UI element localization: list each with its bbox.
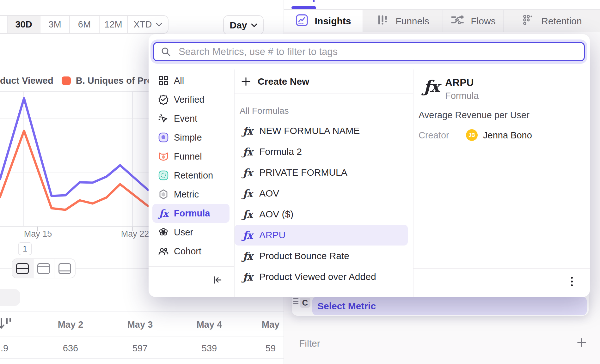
tab-retention[interactable]: Retention (504, 10, 600, 33)
table-row-border (0, 358, 284, 359)
category-item-simple[interactable]: Simple (152, 128, 230, 147)
metric-picker-overlay: AllVerifiedEventSimpleFunnelRetentionMet… (149, 34, 590, 297)
category-label: Cohort (174, 246, 201, 257)
layout-split-icon (16, 263, 29, 274)
category-label: Simple (174, 132, 202, 143)
formula-item[interactable]: ƒxAOV ($) (234, 204, 413, 225)
table-column-header[interactable]: May 2 (42, 319, 99, 330)
formula-item[interactable]: ƒxFormula 2 (234, 141, 413, 162)
category-item-metric[interactable]: Metric (152, 185, 230, 204)
funnel-icon (158, 151, 169, 162)
drag-handle-icon[interactable] (293, 298, 298, 304)
table-column-header[interactable]: May 4 (181, 319, 238, 330)
category-item-event[interactable]: Event (152, 109, 230, 128)
collapse-sidebar-button[interactable] (211, 273, 224, 287)
range-button-6M[interactable]: 6M (70, 16, 100, 33)
frozen-cell-value: .9 (1, 343, 20, 354)
metric-icon (158, 189, 169, 200)
layout-table-button[interactable] (54, 259, 75, 278)
layout-split-button[interactable] (12, 259, 34, 278)
formula-name: Product Bounce Rate (259, 251, 349, 261)
category-item-retention[interactable]: Retention (152, 166, 230, 185)
range-label: 12M (104, 19, 122, 30)
range-button-30D[interactable]: 30D (8, 16, 40, 33)
frozen-column-divider (18, 311, 18, 364)
range-label: 6M (78, 19, 91, 30)
granularity-label: Day (230, 20, 247, 31)
tab-label: Insights (315, 16, 351, 27)
highlighted-row-remnant (0, 289, 20, 306)
layout-table-icon (58, 263, 71, 274)
user-icon (158, 227, 169, 238)
metric-detail-panel: ƒx ARPU Formula Average Revenue per User… (413, 34, 590, 297)
clause-key-badge[interactable]: C (300, 298, 310, 308)
event-icon (158, 113, 169, 124)
category-item-all[interactable]: All (152, 71, 230, 90)
formula-item[interactable]: ƒxPRIVATE FORMULA (234, 162, 413, 183)
date-range-group: 30D3M6M12MXTD (0, 15, 168, 34)
formula-item[interactable]: ƒxProduct Viewed over Added (234, 266, 413, 287)
range-button-XTD[interactable]: XTD (128, 16, 168, 33)
formula-item[interactable]: ƒxNEW FORMULA NAME (234, 120, 413, 141)
table-cell-value: 636 (42, 343, 99, 354)
fx-icon: ƒx (243, 272, 252, 282)
fx-icon: ƒx (243, 167, 252, 178)
sidebar-footer-divider (149, 266, 234, 267)
table-cell-value: 539 (181, 343, 238, 354)
category-item-verified[interactable]: Verified (152, 90, 230, 109)
category-label: Formula (174, 208, 210, 219)
section-label: All Formulas (240, 106, 289, 116)
detail-footer-divider (413, 268, 590, 269)
table-cell-value: 597 (112, 343, 168, 354)
table-top-border (0, 311, 284, 312)
collapse-left-icon (212, 275, 223, 285)
formula-item[interactable]: ƒxAOV (234, 183, 413, 204)
retention-cat-icon (158, 170, 169, 181)
category-label: All (174, 76, 184, 86)
filter-section-label: Filter (299, 338, 320, 349)
cohort-icon (158, 246, 169, 257)
category-label: Retention (174, 170, 213, 181)
range-button-3M[interactable]: 3M (40, 16, 70, 33)
category-label: Metric (174, 189, 199, 200)
creator-name: Jenna Bono (483, 130, 532, 141)
simple-icon (158, 132, 169, 143)
layout-chart-button[interactable] (34, 259, 55, 278)
fx-icon: ƒx (243, 147, 252, 157)
layout-chart-icon (37, 263, 50, 274)
chart-series (0, 98, 148, 196)
range-button-partial[interactable] (0, 16, 8, 33)
range-button-12M[interactable]: 12M (100, 16, 128, 33)
insights-icon (296, 14, 308, 29)
range-label: 30D (15, 19, 32, 30)
legend-item[interactable]: duct Viewed (0, 76, 53, 86)
create-new-button[interactable]: Create New (234, 71, 413, 92)
formula-name: Formula 2 (259, 146, 302, 157)
formula-list: ƒxNEW FORMULA NAMEƒxFormula 2ƒxPRIVATE F… (234, 120, 413, 287)
add-filter-button[interactable] (577, 337, 587, 349)
formula-name: ARPU (259, 230, 285, 240)
granularity-button[interactable]: Day (223, 15, 264, 35)
formula-name: AOV (259, 188, 279, 199)
category-label: User (174, 227, 193, 238)
funnels-icon (377, 14, 389, 29)
select-metric-button[interactable]: Select Metric (312, 297, 587, 315)
chevron-down-icon (251, 23, 257, 27)
insights-app: 30D3M6M12MXTD Day duct ViewedB. Uniques … (0, 0, 600, 364)
retention-icon (522, 14, 535, 29)
tab-insights[interactable]: Insights (284, 10, 363, 33)
more-options-button[interactable] (571, 277, 573, 286)
tab-flows[interactable]: Flows (443, 10, 504, 33)
category-item-funnel[interactable]: Funnel (152, 147, 230, 166)
category-item-formula[interactable]: ƒxFormula (152, 204, 230, 223)
formula-item[interactable]: ƒxProduct Bounce Rate (234, 246, 413, 266)
sort-descending-icon[interactable] (0, 317, 12, 332)
tab-funnels[interactable]: Funnels (363, 10, 443, 33)
pagination-page-button[interactable]: 1 (18, 242, 32, 255)
category-item-user[interactable]: User (152, 223, 230, 242)
table-column-header[interactable]: May 3 (112, 319, 168, 330)
list-divider (234, 94, 413, 94)
verified-icon (158, 94, 169, 105)
formula-item[interactable]: ƒxARPU (235, 225, 408, 246)
category-item-cohort[interactable]: Cohort (152, 242, 230, 261)
